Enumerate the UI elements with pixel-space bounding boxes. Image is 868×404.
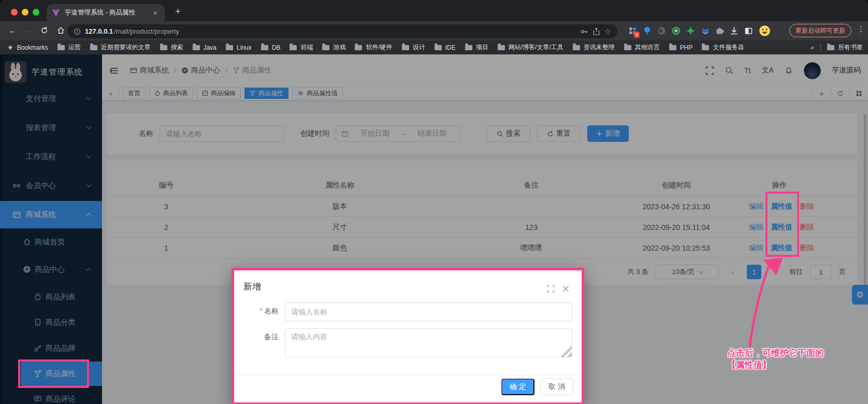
- star-icon: ★: [7, 44, 13, 51]
- folder-icon: [261, 45, 268, 50]
- app-viewport: 芋道管理系统 支付管理 报表管理 工作流程 会员中心: [0, 54, 868, 404]
- profile-avatar-emoji[interactable]: [758, 25, 771, 37]
- add-dialog: 新增 *名称 备注 确 定 取 消: [232, 268, 584, 404]
- dialog-header: 新增: [234, 270, 582, 302]
- dialog-title: 新增: [243, 281, 261, 293]
- extension-puzzle-icon[interactable]: [715, 26, 725, 36]
- bookmark-folder[interactable]: 游戏: [322, 43, 345, 52]
- bookmark-folder[interactable]: IDE: [435, 44, 456, 51]
- forward-icon[interactable]: →: [25, 26, 33, 35]
- favicon: [52, 9, 60, 17]
- bookmarks-root[interactable]: ★ Bookmarks: [7, 44, 48, 51]
- folder-icon: [322, 45, 329, 50]
- browser-tab[interactable]: 芋道管理系统 - 商品属性 ×: [47, 4, 165, 21]
- bookmark-star-icon[interactable]: ☆: [604, 27, 611, 36]
- folder-icon: [193, 45, 200, 50]
- folder-icon: [573, 45, 580, 50]
- bookmark-folder[interactable]: Java: [193, 44, 216, 51]
- bookmarks-bar: ★ Bookmarks 运营 近期需要读的文章 搜索 Java Linux DB…: [0, 40, 868, 54]
- folder-icon: [402, 45, 409, 50]
- folder-icon: [702, 45, 709, 50]
- dialog-fullscreen-icon[interactable]: [547, 285, 555, 293]
- bookmark-folder[interactable]: Linux: [226, 44, 252, 51]
- extension-green-star-icon[interactable]: [686, 26, 696, 36]
- dialog-remark-textarea[interactable]: [285, 328, 572, 357]
- extension-badge: 6: [634, 32, 640, 38]
- extension-green-ring-icon[interactable]: [671, 26, 681, 36]
- titlebar: 芋道管理系统 - 商品属性 × +: [0, 0, 868, 21]
- folder-icon: [435, 45, 442, 50]
- required-asterisk: *: [260, 307, 263, 315]
- bookmark-folder[interactable]: 项目: [465, 43, 488, 52]
- extension-lamp-icon[interactable]: [642, 26, 652, 36]
- bookmark-folder[interactable]: 软件/硬件: [355, 43, 392, 52]
- password-key-icon[interactable]: [580, 27, 588, 36]
- close-window-button[interactable]: [11, 9, 18, 16]
- bookmarks-overflow-icon[interactable]: »: [811, 44, 814, 51]
- site-info-icon[interactable]: [74, 28, 81, 35]
- annotation-line-1: 点击后，可维护它下面的: [727, 347, 824, 359]
- folder-icon: [160, 45, 167, 50]
- tab-close-icon[interactable]: ×: [151, 8, 160, 18]
- bookmark-folder[interactable]: 资讯未整理: [573, 43, 615, 52]
- reload-icon[interactable]: [40, 26, 48, 34]
- download-icon[interactable]: [729, 26, 739, 36]
- all-bookmarks-button[interactable]: 所有书签: [827, 43, 863, 52]
- folder-icon: [669, 45, 676, 50]
- annotation-line-2: 【属性值】: [727, 359, 824, 371]
- bookmark-folder[interactable]: 近期需要读的文章: [90, 43, 151, 52]
- extension-blue-chevrons-icon[interactable]: [700, 26, 710, 36]
- new-tab-button[interactable]: +: [175, 6, 181, 16]
- dialog-cancel-button[interactable]: 取 消: [540, 379, 573, 395]
- share-icon[interactable]: [592, 27, 600, 36]
- bookmark-folder[interactable]: 网站/博客/文章/工具: [498, 43, 563, 52]
- extension-dark-circle-icon[interactable]: [657, 26, 667, 36]
- dialog-name-label: *名称: [234, 302, 279, 316]
- browser-window: 芋道管理系统 - 商品属性 × + ← → 127.0.0.1/mall/pro…: [0, 0, 868, 404]
- extension-split-square-icon[interactable]: [744, 26, 754, 36]
- back-icon[interactable]: ←: [9, 26, 17, 35]
- bookmark-folder[interactable]: DB: [261, 44, 281, 51]
- bookmark-folder[interactable]: 前端: [290, 43, 313, 52]
- minimize-window-button[interactable]: [22, 9, 28, 16]
- annotation-note: 点击后，可维护它下面的 【属性值】: [727, 347, 824, 371]
- extensions-row: 6: [628, 21, 771, 40]
- tab-title: 芋道管理系统 - 商品属性: [65, 8, 151, 17]
- dialog-footer-divider: [234, 374, 582, 375]
- folder-icon: [57, 45, 65, 50]
- annotation-box-property-values: [765, 192, 799, 257]
- folder-icon: [465, 45, 472, 50]
- url-host: 127.0.0.1: [85, 27, 113, 35]
- bookmark-folder[interactable]: 其他语言: [624, 43, 660, 52]
- browser-update-button[interactable]: 重新启动即可更新: [789, 24, 851, 37]
- browser-menu-icon[interactable]: ⋮: [857, 24, 865, 34]
- zoom-window-button[interactable]: [33, 9, 39, 16]
- bookmark-folder[interactable]: 搜索: [160, 43, 183, 52]
- url-path: /mall/product/property: [114, 27, 179, 35]
- address-bar[interactable]: 127.0.0.1/mall/product/property ☆: [67, 24, 617, 38]
- bookmark-folder[interactable]: 设计: [402, 43, 425, 52]
- dialog-name-input[interactable]: [285, 302, 572, 321]
- dialog-close-icon[interactable]: [562, 285, 570, 293]
- folder-icon: [90, 45, 97, 50]
- bookmark-folder[interactable]: PHP: [669, 44, 693, 51]
- bookmark-folder[interactable]: 文件服务器: [702, 43, 744, 52]
- folder-icon: [226, 45, 233, 50]
- bookmark-folder[interactable]: 运营: [57, 43, 81, 52]
- folder-icon: [827, 45, 834, 50]
- folder-icon: [355, 45, 362, 50]
- folder-icon: [498, 45, 505, 50]
- folder-icon: [624, 45, 631, 50]
- divider: [820, 44, 821, 51]
- folder-icon: [290, 45, 297, 50]
- dialog-confirm-button[interactable]: 确 定: [501, 379, 534, 395]
- dialog-remark-label: 备注: [234, 328, 279, 342]
- home-icon[interactable]: [57, 26, 65, 34]
- annotation-box-sidebar: [18, 359, 89, 388]
- window-controls: [11, 9, 39, 16]
- extension-grid-icon[interactable]: 6: [628, 26, 638, 36]
